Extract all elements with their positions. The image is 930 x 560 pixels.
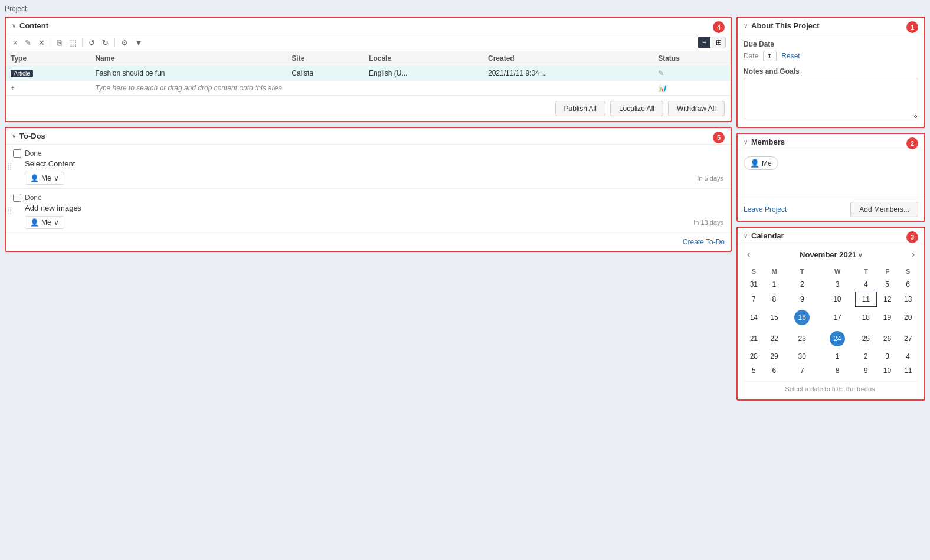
about-panel-badge: 1 <box>906 21 918 33</box>
cal-day-4-0[interactable]: 28 <box>744 349 764 363</box>
cal-day-3-1[interactable]: 22 <box>764 328 785 349</box>
cal-day-4-6[interactable]: 4 <box>898 349 918 363</box>
toolbar-edit-btn[interactable]: ✎ <box>22 37 34 48</box>
cal-day-3-2[interactable]: 23 <box>784 328 820 349</box>
leave-project-link[interactable]: Leave Project <box>744 205 787 214</box>
cal-prev-btn[interactable]: ‹ <box>744 249 754 260</box>
toolbar-close-btn[interactable]: × <box>11 37 20 48</box>
cell-locale: English (U... <box>364 66 483 81</box>
bar-icon: 📊 <box>658 84 667 92</box>
cal-day-4-1[interactable]: 29 <box>764 349 785 363</box>
publish-all-btn[interactable]: Publish All <box>555 101 605 116</box>
add-bar-icon-cell: 📊 <box>653 81 731 96</box>
cal-day-1-4[interactable]: 11 <box>855 292 877 307</box>
add-content-placeholder[interactable]: Type here to search or drag and drop con… <box>90 81 653 96</box>
due-date-2: In 13 days <box>693 219 723 226</box>
assignee-btn-2[interactable]: 👤 Me ∨ <box>25 216 64 229</box>
cal-day-1-3[interactable]: 10 <box>820 292 855 307</box>
toolbar-undo-btn[interactable]: ↺ <box>86 37 97 48</box>
cal-day-1-2[interactable]: 9 <box>784 292 820 307</box>
todo-checkbox-1[interactable] <box>13 149 21 158</box>
cal-day-0-6[interactable]: 6 <box>898 277 918 292</box>
cal-day-0-0[interactable]: 31 <box>744 277 764 292</box>
create-todo-btn[interactable]: Create To-Do <box>683 238 725 246</box>
cal-day-4-2[interactable]: 30 <box>784 349 820 363</box>
add-content-row[interactable]: + Type here to search or drag and drop c… <box>6 81 731 96</box>
cal-week-0: 31123456 <box>744 277 918 292</box>
cal-day-3-4[interactable]: 25 <box>855 328 877 349</box>
cal-day-3-3[interactable]: 24 <box>820 328 855 349</box>
calendar-toggle-arrow[interactable]: ∨ <box>744 232 748 239</box>
cal-day-5-6[interactable]: 11 <box>898 363 918 378</box>
cal-day-1-6[interactable]: 13 <box>898 292 918 307</box>
cal-day-2-0[interactable]: 14 <box>744 307 764 328</box>
todo-checkbox-2[interactable] <box>13 194 21 202</box>
cal-day-1-0[interactable]: 7 <box>744 292 764 307</box>
cal-day-0-3[interactable]: 3 <box>820 277 855 292</box>
about-panel-header: ∨ About This Project 1 <box>738 18 924 34</box>
cal-day-2-5[interactable]: 19 <box>877 307 898 328</box>
cal-day-1-5[interactable]: 12 <box>877 292 898 307</box>
cal-day-header-row: S M T W T F S <box>744 266 918 277</box>
cal-day-4-4[interactable]: 2 <box>855 349 877 363</box>
cal-day-5-5[interactable]: 10 <box>877 363 898 378</box>
cal-day-5-1[interactable]: 6 <box>764 363 785 378</box>
content-table: Type Name Site Locale Created Status Art… <box>6 51 731 96</box>
cal-day-0-4[interactable]: 4 <box>855 277 877 292</box>
todos-toggle-arrow[interactable]: ∨ <box>12 133 16 139</box>
cal-next-btn[interactable]: › <box>908 249 918 260</box>
localize-all-btn[interactable]: Localize All <box>610 101 663 116</box>
list-view-btn[interactable]: ≡ <box>698 37 710 48</box>
status-edit-icon[interactable]: ✎ <box>658 69 664 77</box>
cal-day-4-3[interactable]: 1 <box>820 349 855 363</box>
cal-day-2-1[interactable]: 15 <box>764 307 785 328</box>
grid-view-btn[interactable]: ⊞ <box>712 37 726 48</box>
toolbar-cut-btn[interactable]: ✕ <box>36 37 47 48</box>
toolbar-paste-btn[interactable]: ⬚ <box>67 37 78 48</box>
cal-day-3-6[interactable]: 27 <box>898 328 918 349</box>
members-toggle-arrow[interactable]: ∨ <box>744 139 748 145</box>
todo-footer-2: 👤 Me ∨ In 13 days <box>13 216 723 229</box>
reset-link[interactable]: Reset <box>781 52 800 60</box>
cal-day-0-2[interactable]: 2 <box>784 277 820 292</box>
members-panel-badge: 2 <box>906 137 918 149</box>
cal-day-3-5[interactable]: 26 <box>877 328 898 349</box>
toolbar-more-btn[interactable]: ▼ <box>133 37 145 48</box>
content-toggle-arrow[interactable]: ∨ <box>12 22 16 29</box>
cal-day-4-5[interactable]: 3 <box>877 349 898 363</box>
cal-day-2-2[interactable]: 16 <box>784 307 820 328</box>
toolbar-copy-btn[interactable]: ⎘ <box>55 37 64 48</box>
add-members-btn[interactable]: Add Members... <box>850 202 918 217</box>
col-status: Status <box>653 51 731 66</box>
cal-day-1-1[interactable]: 8 <box>764 292 785 307</box>
table-row[interactable]: Article Fashion should be fun Calista En… <box>6 66 731 81</box>
assignee-icon-1: 👤 <box>30 174 39 182</box>
cal-day-0-5[interactable]: 5 <box>877 277 898 292</box>
calendar-picker-btn[interactable]: 🗓 <box>763 51 777 61</box>
drag-handle-2[interactable]: ⣿ <box>7 207 12 215</box>
content-actions: Publish All Localize All Withdraw All <box>6 96 731 121</box>
about-toggle-arrow[interactable]: ∨ <box>744 22 748 29</box>
assignee-name-1: Me <box>41 174 51 182</box>
content-table-header-row: Type Name Site Locale Created Status <box>6 51 731 66</box>
cal-day-2-3[interactable]: 17 <box>820 307 855 328</box>
cal-day-5-0[interactable]: 5 <box>744 363 764 378</box>
col-type: Type <box>6 51 90 66</box>
toolbar-settings-btn[interactable]: ⚙ <box>119 37 130 48</box>
drag-handle-1[interactable]: ⣿ <box>7 162 12 171</box>
cal-day-5-3[interactable]: 8 <box>820 363 855 378</box>
members-panel-title: Members <box>751 137 785 146</box>
cal-day-2-6[interactable]: 20 <box>898 307 918 328</box>
cal-day-5-4[interactable]: 9 <box>855 363 877 378</box>
cal-header-f: F <box>877 266 898 277</box>
content-toolbar: × ✎ ✕ ⎘ ⬚ ↺ ↻ ⚙ ▼ ≡ ⊞ <box>6 34 731 51</box>
cal-day-5-2[interactable]: 7 <box>784 363 820 378</box>
cal-day-2-4[interactable]: 18 <box>855 307 877 328</box>
cal-day-3-0[interactable]: 21 <box>744 328 764 349</box>
toolbar-redo-btn[interactable]: ↻ <box>100 37 111 48</box>
withdraw-all-btn[interactable]: Withdraw All <box>668 101 725 116</box>
assignee-btn-1[interactable]: 👤 Me ∨ <box>25 172 64 185</box>
cal-day-0-1[interactable]: 1 <box>764 277 785 292</box>
notes-textarea[interactable] <box>744 78 918 119</box>
cal-month-title[interactable]: November 2021 <box>800 250 862 259</box>
